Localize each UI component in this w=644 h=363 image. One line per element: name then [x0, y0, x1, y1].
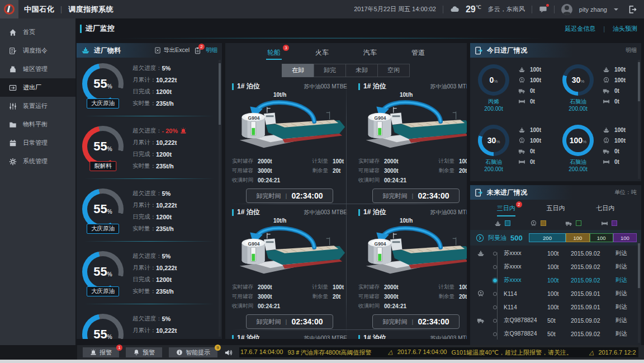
sidebar-item-label: 首页	[23, 28, 35, 36]
tab-7-days[interactable]: 七日内	[596, 204, 614, 216]
tab-pipeline[interactable]: 管道	[410, 48, 426, 60]
ship-icon	[518, 126, 525, 134]
material-name-badge: 裂解料	[89, 161, 116, 171]
bottom-strip	[0, 360, 644, 363]
ship-icon	[494, 220, 501, 227]
unload-time-button[interactable]: 卸完时间|02:34:00	[372, 314, 460, 329]
scrollbar[interactable]	[638, 60, 640, 179]
ship-info: 苏中油003 MTBE	[430, 83, 467, 91]
sidebar-item-in-out-plant[interactable]: 进出厂	[0, 78, 75, 97]
table-row[interactable]: 苏xxxx100t2015.09.02到达	[470, 260, 641, 274]
unload-time-button[interactable]: 卸完时间|02:34:00	[246, 188, 334, 203]
subtab-idle[interactable]: 空闲	[377, 64, 410, 77]
pipeline-icon	[518, 158, 525, 166]
panel-title: 未来进厂情况	[487, 188, 527, 197]
sidebar-item-label: 装置运行	[23, 102, 48, 110]
sidebar-item-label: 调度指令	[23, 46, 48, 55]
today-gauge-cell: 30% 石脑油 200.00t 100t 100t 0t 0t	[471, 121, 556, 181]
smart-tips-button[interactable]: 智能提示 9	[169, 347, 217, 357]
excel-icon	[154, 47, 161, 54]
gauge-total: 200.00t	[484, 166, 503, 172]
berth-card: 1# 泊位苏中油003 MTBE	[353, 330, 467, 339]
tab-3-days[interactable]: 三日内2	[497, 204, 515, 216]
tank-id-label: G904	[367, 241, 393, 247]
tab-truck[interactable]: 汽车	[362, 48, 378, 60]
unload-time-button[interactable]: 卸完时间|02:34:00	[246, 314, 334, 329]
subtab-not-unloaded[interactable]: 未卸	[345, 64, 378, 77]
accent-bar	[358, 83, 360, 90]
chevron-down-icon[interactable]	[614, 8, 618, 11]
tab-5-days[interactable]: 五日内	[546, 204, 565, 216]
scrollbar[interactable]	[638, 241, 640, 343]
sidebar-item-unit-operation[interactable]: 装置运行	[0, 97, 75, 115]
table-row-selected[interactable]: 苏xxxx100t2015.09.02到达	[470, 274, 641, 287]
system-name: 调度指挥系统	[68, 4, 113, 15]
subtab-unloaded[interactable]: 卸完	[314, 64, 346, 77]
flow-rate-label: 10t/h	[273, 218, 286, 224]
unload-time-button[interactable]: 卸完时间|02:34:00	[372, 188, 460, 203]
today-detail-link[interactable]: 明细	[626, 46, 637, 54]
warning-button[interactable]: 预警	[126, 347, 162, 357]
table-row[interactable]: 京Q987882450t2015.09.02到达	[470, 314, 641, 327]
material-name-badge: 大庆原油	[87, 98, 119, 109]
folder-icon	[9, 121, 17, 129]
material-gauge: 55% 大庆原油	[82, 314, 124, 339]
sidebar-item-tank-area[interactable]: 罐区管理	[0, 60, 75, 78]
bar-segment-pipeline: 100	[613, 233, 637, 242]
today-gauge-grid: 0% 丙烯 200.00t 100t 100t 0t 0t	[470, 58, 641, 181]
export-excel-button[interactable]: 导出Excel	[154, 46, 190, 54]
table-row[interactable]: 京Q987882450t2015.09.02到达	[470, 327, 641, 341]
alarm-button[interactable]: 报警 1	[83, 347, 119, 357]
sidebar-item-material-balance[interactable]: 物料平衡	[0, 115, 75, 134]
ship-icon	[603, 66, 610, 73]
scrollbar[interactable]	[219, 60, 221, 337]
datetime-text: 2017年5月22日 周五 14:00:02	[354, 5, 436, 13]
tab-badge: 2	[516, 201, 522, 208]
top-bar: 中国石化 ｜ 调度指挥系统 2017年5月22日 周五 14:00:02 29℃…	[0, 0, 644, 18]
divider	[84, 304, 214, 304]
table-row[interactable]: K114100t2015.09.01到达	[470, 287, 641, 300]
train-icon	[518, 137, 525, 144]
sidebar-item-dispatch-orders[interactable]: 调度指令	[0, 41, 75, 60]
ship-color-swatch	[505, 220, 510, 226]
clipboard-button[interactable]: 2	[194, 46, 201, 54]
truck-icon	[518, 148, 525, 155]
material-stats: 超欠进度：5% 月累计：10,222t 日完成：1200t 实时量：235t/h	[132, 314, 177, 339]
ship-icon	[603, 126, 610, 134]
sidebar-item-daily-management[interactable]: 日常管理	[0, 134, 75, 152]
future-arrivals-table: 苏xxxx100t2015.09.02到达 苏xxxx100t2015.09.0…	[470, 246, 641, 345]
username[interactable]: pity zhang	[579, 6, 607, 13]
material-card: 55% 大庆原油 超欠进度：5% 月累计：10,222t 日完成：1200t 实…	[77, 308, 222, 339]
material-card: 55% 裂解料 超欠进度：- 20% 月累计：10,222t 日完成：1200t…	[77, 120, 222, 174]
delay-fee-link[interactable]: 延迟金信息	[565, 25, 595, 33]
tab-badge: 3	[283, 45, 289, 51]
table-row[interactable]: K114100t2015.09.01到达	[470, 300, 641, 314]
sidebar-item-home[interactable]: 首页	[0, 23, 75, 41]
speaker-icon[interactable]	[224, 348, 233, 357]
logout-icon[interactable]	[628, 5, 637, 14]
today-gauge: 30%	[478, 125, 509, 156]
expand-chevron-icon[interactable]	[476, 234, 484, 242]
berth-card: 1# 泊位苏中油003 MTBE 10t/h G904 实时罐存2000t 可用…	[353, 78, 467, 204]
table-row[interactable]: 苏xxxx100t2015.09.02到达	[470, 247, 641, 260]
subtab-unloading[interactable]: 在卸	[282, 64, 314, 77]
incoming-materials-panel: 进厂物料 导出Excel 2 明细 55% 大庆原油 超欠进度：	[77, 43, 222, 339]
app-title: 中国石化 ｜ 调度指挥系统	[24, 4, 113, 15]
material-name-badge: 大庆原油	[87, 224, 119, 234]
ship-icon	[518, 66, 525, 73]
oil-head-forecast-link[interactable]: 油头预测	[613, 25, 637, 33]
transport-breakdown: 100t 100t 0t 0t	[518, 64, 541, 118]
messages-button[interactable]	[539, 5, 547, 13]
sidebar-item-label: 物料平衡	[23, 120, 48, 129]
avatar[interactable]	[561, 4, 572, 15]
sidebar-item-system-management[interactable]: 系统管理	[0, 152, 75, 171]
flow-rate-label: 10t/h	[400, 92, 413, 98]
accent-bar	[358, 335, 360, 339]
materials-detail-link[interactable]: 明细	[206, 46, 217, 54]
sidebar-item-label: 罐区管理	[23, 65, 48, 73]
notification-dot	[546, 4, 549, 7]
tab-ship[interactable]: 轮船3	[266, 48, 282, 60]
material-stats: 超欠进度：- 20% 月累计：10,222t 日完成：1200t 实时量：235…	[132, 126, 187, 174]
tab-train[interactable]: 火车	[314, 48, 330, 60]
ticker-item: △2017.6.7 14:04:00G101罐温度40℃，超过上限报警，请关注。	[388, 348, 572, 357]
